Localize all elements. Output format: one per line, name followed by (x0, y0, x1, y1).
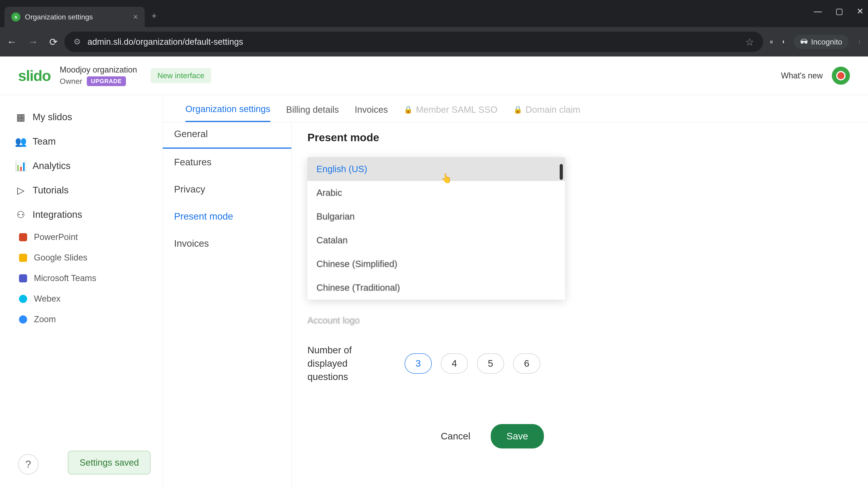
dropdown-option[interactable]: Chinese (Simplified) (307, 252, 565, 276)
browser-menu-icon[interactable]: ⋮ (858, 40, 861, 44)
maximize-icon[interactable]: ▢ (835, 6, 843, 16)
close-window-icon[interactable]: ✕ (857, 6, 864, 16)
lock-icon: 🔒 (404, 105, 413, 114)
tab-org-settings[interactable]: Organization settings (185, 104, 270, 122)
slido-logo[interactable]: slido (18, 67, 51, 84)
new-tab-button[interactable]: + (151, 11, 157, 21)
incognito-badge[interactable]: 🕶 Incognito (794, 35, 848, 49)
settings-nav-features[interactable]: Features (163, 149, 291, 176)
lock-icon: 🔒 (513, 105, 522, 114)
minimize-icon[interactable]: — (814, 6, 822, 16)
whats-new-link[interactable]: What's new (781, 71, 823, 80)
settings-panel: Present mode English (US) Arabic Bulgari… (291, 122, 868, 488)
extensions-icon[interactable]: ⊞ (770, 40, 773, 44)
nq-option-6[interactable]: 6 (513, 353, 540, 374)
settings-nav-privacy[interactable]: Privacy (163, 176, 291, 203)
msteams-icon (19, 274, 27, 283)
bookmark-icon[interactable]: ☆ (745, 36, 754, 48)
tab-title: Organization settings (25, 13, 129, 21)
integration-ms-teams[interactable]: Microsoft Teams (9, 269, 153, 287)
browser-tab[interactable]: s Organization settings × (4, 7, 145, 27)
tab-saml[interactable]: 🔒 Member SAML SSO (404, 104, 498, 122)
help-button[interactable]: ? (18, 454, 38, 475)
dropdown-option[interactable]: Bulgarian (307, 205, 565, 228)
cancel-button[interactable]: Cancel (430, 424, 482, 449)
dropdown-option[interactable]: Chinese (Traditional) (307, 276, 565, 300)
tab-domain-claim[interactable]: 🔒 Domain claim (513, 104, 580, 122)
forward-icon[interactable]: → (28, 36, 38, 47)
new-interface-badge[interactable]: New interface (151, 68, 211, 83)
dropdown-scrollbar[interactable] (560, 164, 563, 180)
action-row: Cancel Save (307, 424, 852, 449)
sidebar-item-analytics[interactable]: 📊 Analytics (9, 155, 153, 177)
back-icon[interactable]: ← (7, 36, 17, 47)
num-questions-label: Number of displayed questions (307, 344, 366, 383)
settings-saved-toast: Settings saved (68, 451, 151, 475)
nq-option-3[interactable]: 3 (405, 353, 432, 374)
sidebar-item-tutorials[interactable]: ▷ Tutorials (9, 180, 153, 201)
integration-powerpoint[interactable]: PowerPoint (9, 228, 153, 246)
url-box[interactable]: ⚙ admin.sli.do/organization/default-sett… (64, 32, 763, 52)
incognito-icon: 🕶 (800, 37, 808, 46)
integration-zoom[interactable]: Zoom (9, 311, 153, 328)
google-slides-icon (19, 254, 27, 262)
zoom-icon (19, 315, 27, 324)
address-bar: ← → ⟳ ⚙ admin.sli.do/organization/defaul… (0, 27, 868, 57)
analytics-icon: 📊 (16, 161, 26, 171)
tutorials-icon: ▷ (16, 185, 26, 195)
org-role: Owner (60, 77, 82, 86)
settings-nav-present-mode[interactable]: Present mode (163, 203, 291, 230)
nq-option-5[interactable]: 5 (477, 353, 504, 374)
browser-tab-strip: s Organization settings × + — ▢ ✕ (0, 0, 868, 27)
slido-favicon: s (11, 12, 20, 22)
dropdown-option[interactable]: Arabic (307, 181, 565, 205)
avatar[interactable] (832, 67, 850, 85)
reload-icon[interactable]: ⟳ (49, 36, 58, 48)
sidebar-item-my-slidos[interactable]: ▦ My slidos (9, 106, 153, 128)
dropdown-option[interactable]: Catalan (307, 228, 565, 252)
url-text: admin.sli.do/organization/default-settin… (88, 37, 739, 47)
org-name: Moodjoy organization (60, 65, 137, 74)
upgrade-badge[interactable]: UPGRADE (87, 76, 126, 86)
tab-invoices[interactable]: Invoices (355, 104, 388, 122)
integration-webex[interactable]: Webex (9, 290, 153, 308)
num-questions-row: Number of displayed questions 3 4 5 6 (307, 344, 852, 383)
window-controls: — ▢ ✕ (814, 6, 864, 16)
integration-google-slides[interactable]: Google Slides (9, 249, 153, 267)
powerpoint-icon (19, 233, 27, 241)
tab-close-icon[interactable]: × (133, 12, 138, 22)
site-settings-icon[interactable]: ⚙ (73, 37, 81, 46)
team-icon: 👥 (16, 136, 26, 147)
tabs-row: Organization settings Billing details In… (163, 95, 868, 122)
settings-nav-general[interactable]: General (163, 125, 291, 149)
grid-icon: ▦ (16, 112, 26, 122)
sidebar-item-integrations[interactable]: ⚇ Integrations (9, 204, 153, 225)
org-info: Moodjoy organization Owner UPGRADE (60, 65, 137, 86)
sidebar: ▦ My slidos 👥 Team 📊 Analytics ▷ Tutoria… (0, 95, 163, 488)
main: Organization settings Billing details In… (163, 95, 868, 488)
webex-icon (19, 295, 27, 303)
settings-nav-invoices[interactable]: Invoices (163, 230, 291, 257)
tab-billing[interactable]: Billing details (286, 104, 339, 122)
integrations-icon: ⚇ (16, 210, 26, 220)
panel-title: Present mode (307, 131, 852, 144)
app-header: slido Moodjoy organization Owner UPGRADE… (0, 57, 868, 95)
nq-option-4[interactable]: 4 (441, 353, 468, 374)
account-logo-label: Account logo (307, 315, 852, 326)
downloads-icon[interactable]: ⬇ (782, 40, 785, 44)
dropdown-list: English (US) Arabic Bulgarian Catalan Ch… (307, 157, 565, 300)
sidebar-item-team[interactable]: 👥 Team (9, 131, 153, 152)
dropdown-option-selected[interactable]: English (US) (307, 157, 565, 181)
settings-nav: General Features Privacy Present mode In… (163, 122, 291, 488)
save-button[interactable]: Save (491, 424, 544, 449)
